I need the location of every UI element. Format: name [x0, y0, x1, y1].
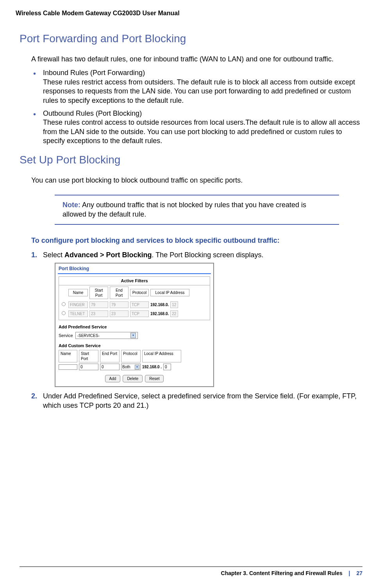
custom-data-row: 0 0 Both ▾ 192.168.0 . 0 [59, 364, 210, 370]
section-heading-port-forwarding: Port Forwarding and Port Blocking [20, 32, 362, 45]
custom-header-end: End Port [100, 350, 120, 362]
custom-start-input[interactable]: 0 [79, 364, 98, 370]
delete-button[interactable]: Delete [123, 375, 143, 382]
add-custom-label: Add Custom Service [55, 342, 213, 349]
header-name: Name [68, 289, 88, 296]
header-protocol: Protocol [130, 289, 149, 296]
port-blocking-screenshot: Port Blocking Active Filters Name Start … [55, 263, 214, 387]
chevron-down-icon: ▾ [135, 365, 139, 369]
filter-proto-telnet: TCP [130, 310, 149, 317]
footer-page-number: 27 [356, 570, 362, 576]
button-row: Add Delete Reset [55, 373, 213, 386]
bullet-inbound: Inbound Rules (Port Forwarding) These ru… [31, 68, 362, 105]
add-button[interactable]: Add [105, 375, 121, 382]
page-footer: Chapter 3. Content Filtering and Firewal… [20, 566, 362, 576]
note-box: Note: Any outbound traffic that is not b… [55, 195, 339, 225]
configure-subheading: To configure port blocking and services … [31, 237, 362, 245]
step-1-bold: Advanced > Port Blocking [64, 251, 152, 259]
header-start-port: Start Port [89, 287, 108, 299]
custom-header-proto: Protocol [121, 350, 141, 362]
custom-proto-select[interactable]: Both ▾ [121, 364, 141, 370]
filter-ip-suffix-telnet: 22 [170, 310, 178, 317]
screenshot-title: Port Blocking [55, 264, 213, 274]
step-1-post: . The Port Blocking screen displays. [152, 251, 264, 259]
custom-header-ip: Local IP Address [142, 350, 181, 362]
step-2-text: Under Add Predefined Service, select a p… [43, 392, 357, 409]
section2-intro: You can use port blocking to block outbo… [31, 176, 362, 185]
active-filters-header: Active Filters [59, 277, 210, 285]
divider-line [58, 273, 211, 274]
note-label: Note: [62, 201, 80, 209]
step-1: 1. Select Advanced > Port Blocking. The … [31, 251, 362, 387]
bullet-inbound-title: Inbound Rules (Port Forwarding) [43, 69, 145, 77]
footer-chapter: Chapter 3. Content Filtering and Firewal… [221, 570, 343, 576]
section1-intro: A firewall has two default rules, one fo… [31, 55, 362, 64]
filter-name-telnet: TELNET [68, 310, 88, 317]
reset-button[interactable]: Reset [145, 375, 164, 382]
filter-header-row: Name Start Port End Port Protocol Local … [59, 285, 210, 300]
service-dropdown[interactable]: -SERVICES- ▾ [75, 332, 138, 339]
filter-start-finger: 79 [89, 301, 108, 308]
filter-ip-prefix-finger: 192.168.0. [150, 302, 169, 307]
custom-end-input[interactable]: 0 [100, 364, 120, 370]
custom-proto-value: Both [122, 364, 130, 369]
filter-end-telnet: 23 [110, 310, 129, 317]
header-end-port: End Port [110, 287, 129, 299]
step-2: 2. Under Add Predefined Service, select … [31, 392, 362, 410]
bullet-outbound-title: Outbound Rules (Port Blocking) [43, 109, 142, 117]
custom-service-table: Name Start Port End Port Protocol Local … [59, 350, 210, 370]
bullet-inbound-body: These rules restrict access from outside… [43, 78, 355, 104]
step-1-pre: Select [43, 251, 64, 259]
service-label: Service [59, 333, 73, 338]
filter-name-finger: FINGER [68, 301, 88, 308]
custom-name-input[interactable] [59, 364, 77, 370]
step-1-number: 1. [31, 251, 37, 260]
footer-separator: | [349, 570, 350, 576]
filter-proto-finger: TCP [130, 301, 149, 308]
add-predefined-label: Add Predefined Service [55, 323, 213, 330]
custom-ip-prefix: 192.168.0 . [142, 364, 162, 369]
filter-ip-suffix-finger: 12 [170, 301, 178, 308]
custom-header-start: Start Port [79, 350, 98, 362]
note-body: Any outbound traffic that is not blocked… [62, 201, 306, 218]
chevron-down-icon: ▾ [130, 333, 136, 338]
custom-ip-suffix-input[interactable]: 0 [163, 364, 171, 370]
step-list: 1. Select Advanced > Port Blocking. The … [31, 251, 362, 411]
filter-end-finger: 79 [110, 301, 129, 308]
filter-start-telnet: 23 [89, 310, 108, 317]
custom-header-name: Name [59, 350, 77, 362]
radio-telnet[interactable] [61, 311, 67, 316]
rules-bullet-list: Inbound Rules (Port Forwarding) These ru… [31, 68, 362, 145]
filter-ip-prefix-telnet: 192.168.0. [150, 311, 169, 316]
service-row: Service -SERVICES- ▾ [55, 330, 213, 342]
section-heading-set-up-blocking: Set Up Port Blocking [20, 154, 362, 166]
manual-header: Wireless Cable Modem Gateway CG2003D Use… [0, 0, 382, 32]
service-dropdown-value: -SERVICES- [77, 333, 100, 338]
filter-row-telnet: TELNET 23 23 TCP 192.168.0. 22 [59, 309, 210, 318]
custom-header-row: Name Start Port End Port Protocol Local … [59, 350, 210, 362]
active-filters-box: Active Filters Name Start Port End Port … [59, 276, 210, 320]
step-2-number: 2. [31, 392, 37, 401]
filter-row-finger: FINGER 79 79 TCP 192.168.0. 12 [59, 300, 210, 309]
bullet-outbound: Outbound Rules (Port Blocking) These rul… [31, 109, 362, 146]
bullet-outbound-body: These rules control access to outside re… [43, 118, 360, 145]
radio-finger[interactable] [61, 302, 67, 307]
header-local-ip: Local IP Address [150, 289, 189, 296]
